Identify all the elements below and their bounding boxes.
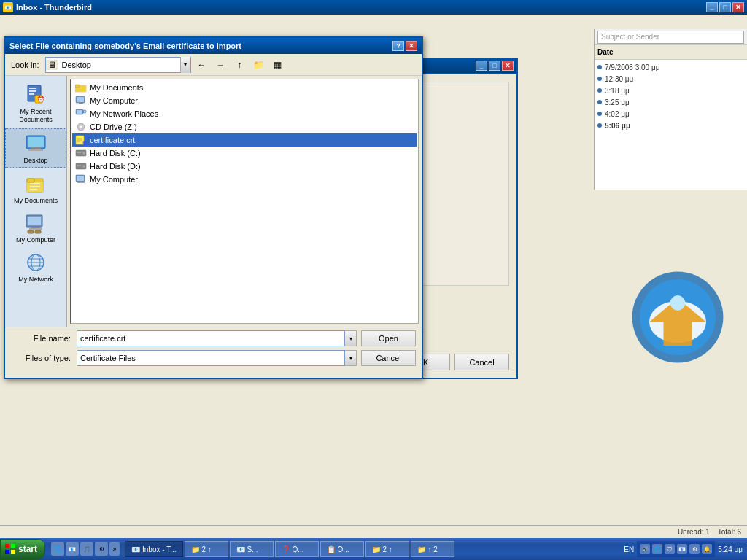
filename-input[interactable] [77,330,345,346]
list-item[interactable]: Hard Disk (D:) [72,160,417,173]
svg-point-56 [83,166,85,168]
view-button[interactable]: ▦ [270,57,286,73]
look-in-combo[interactable]: 🖥 Desktop ▾ [45,57,191,73]
taskbar-item-label: O... [338,545,349,553]
new-folder-button[interactable]: 📁 [251,57,267,73]
taskbar-item-3[interactable]: 📧 S... [230,541,274,557]
date-item: 12:30 μμ [597,73,744,85]
svg-rect-19 [30,186,40,187]
app-title: Inbox - Thunderbird [16,3,706,12]
back-button[interactable]: ← [194,57,210,73]
bg-dialog-maximize[interactable]: □ [489,61,500,71]
taskbar: start 🌐 📧 🎵 ⚙ » 📧 Inbox - T... 📁 2 ↑ 📧 S… [0,538,747,560]
sidebar-item-mycomputer[interactable]: My Computer [5,209,66,246]
list-item[interactable]: My Network Places [72,107,417,120]
up-button[interactable]: ↑ [232,57,248,73]
sidebar-item-mydocs[interactable]: My Documents [5,169,66,207]
hard-disk-icon [75,147,87,159]
svg-rect-8 [29,93,34,95]
svg-rect-38 [77,104,85,104]
taskbar-item-7[interactable]: 📁 ↑ 2 [411,541,454,557]
filetype-dropdown-arrow[interactable]: ▾ [345,350,357,366]
quicklaunch-expand-icon[interactable]: » [109,542,120,556]
dialog-close-button[interactable]: ✕ [406,41,417,51]
search-box[interactable]: Subject or Sender [597,31,744,44]
filetype-input[interactable] [77,350,345,366]
list-item[interactable]: My Computer [72,173,417,186]
unread-dot [597,88,602,93]
total-count: Total: 6 [718,528,741,536]
quicklaunch-media-icon[interactable]: 🎵 [80,542,93,556]
cancel-button[interactable]: Cancel [361,350,416,366]
taskbar-item-2[interactable]: 📁 2 ↑ [185,541,228,557]
svg-point-44 [80,126,82,128]
tray-icon-4[interactable]: 📧 [677,544,687,554]
dialog-body: ⏰ My RecentDocuments Desktop [5,76,422,327]
list-item[interactable]: CD Drive (Z:) [72,120,417,133]
list-item[interactable]: My Computer [72,94,417,107]
svg-rect-26 [35,230,41,233]
quicklaunch-extra-icon[interactable]: ⚙ [95,542,108,556]
open-button[interactable]: Open [361,330,416,346]
dialog-help-button[interactable]: ? [392,41,404,51]
language-indicator: EN [624,545,634,553]
sidebar-item-desktop[interactable]: Desktop [5,128,66,168]
taskbar-item-label: ↑ 2 [428,545,438,553]
svg-rect-23 [31,227,40,228]
svg-rect-17 [27,179,34,182]
list-item[interactable]: My Documents [72,81,417,94]
tray-icon-3[interactable]: 🛡 [665,544,675,554]
look-in-dropdown-arrow[interactable]: ▾ [180,57,190,73]
taskbar-item-4[interactable]: ❓ Q... [275,541,319,557]
svg-rect-63 [11,544,15,548]
minimize-button[interactable]: _ [706,2,718,12]
file-list-area[interactable]: My Documents My Computer [70,79,419,324]
tray-icon-2[interactable]: 🌐 [652,544,662,554]
svg-point-51 [83,141,87,145]
forward-button[interactable]: → [213,57,229,73]
my-docs-icon [24,172,47,195]
look-in-value: Desktop [61,61,180,69]
svg-point-53 [83,152,85,155]
tray-icon-5[interactable]: ⚙ [689,544,700,554]
svg-text:⏰: ⏰ [37,96,44,103]
date-column-header: Date [595,45,747,60]
email-panel: Subject or Sender Date 7/9/2008 3:00 μμ … [0,15,747,560]
maximize-button[interactable]: □ [719,2,731,12]
svg-rect-24 [29,228,42,230]
filename-input-wrap: ▾ [77,330,357,346]
look-in-folder-icon: 🖥 [46,60,58,70]
svg-rect-34 [75,85,80,88]
sidebar-mydocs-label: My Documents [14,197,58,204]
taskbar-item-6[interactable]: 📁 2 ↑ [365,541,409,557]
bg-cancel-button[interactable]: Cancel [454,354,509,370]
list-item-selected[interactable]: certificate.crt [72,133,417,147]
quicklaunch-tb-icon[interactable]: 📧 [66,542,79,556]
taskbar-item-inbox[interactable]: 📧 Inbox - T... [125,541,183,557]
start-button[interactable]: start [0,539,45,559]
taskbar-item-5[interactable]: 📋 O... [320,541,364,557]
date-item: 7/9/2008 3:00 μμ [597,61,744,73]
svg-rect-6 [29,88,36,89]
taskbar-item-label: S... [247,545,258,553]
list-item[interactable]: Hard Disk (C:) [72,147,417,160]
quicklaunch-ie-icon[interactable]: 🌐 [51,542,64,556]
unread-dot [597,77,602,81]
tray-icon-1[interactable]: 🔊 [640,544,650,554]
bg-dialog-close[interactable]: ✕ [502,61,514,71]
svg-rect-59 [77,176,84,181]
bg-dialog-minimize[interactable]: _ [476,61,487,71]
date-item: 4:02 μμ [597,108,744,120]
filename-dropdown-arrow[interactable]: ▾ [345,330,357,346]
my-computer-icon [24,211,47,235]
app-icon: 📧 [3,2,13,12]
close-button[interactable]: ✕ [732,2,744,12]
folder-icon [75,82,87,93]
taskbar-items: 🌐 📧 🎵 ⚙ » 📧 Inbox - T... 📁 2 ↑ 📧 S... ❓ … [45,541,619,557]
sidebar-item-mynetwork[interactable]: My Network [5,248,66,286]
svg-rect-7 [29,90,36,92]
tray-icon-6[interactable]: 🔔 [702,544,712,554]
sidebar-item-recent[interactable]: ⏰ My RecentDocuments [5,80,66,127]
windows-logo-icon [5,544,15,554]
filetype-row: Files of type: ▾ Cancel [11,350,416,366]
